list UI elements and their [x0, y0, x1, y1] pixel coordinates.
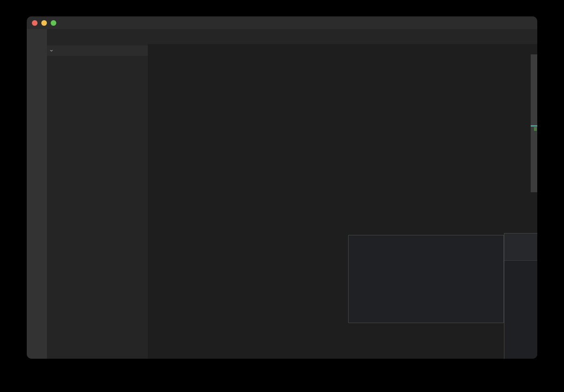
activity-bar-top: [27, 29, 47, 355]
overview-ruler-cursor-marker: [531, 125, 537, 127]
title-bar[interactable]: [27, 16, 537, 29]
vscode-window: ›: [27, 16, 537, 359]
editor-group: [148, 29, 537, 359]
vertical-scrollbar[interactable]: [531, 54, 537, 192]
blame-annotation: [176, 56, 537, 64]
activity-bar: [27, 29, 47, 359]
sidebar-header: [47, 29, 148, 45]
breadcrumb: [148, 44, 537, 54]
chevron-down-icon: ›: [46, 48, 57, 53]
suggest-widget: [348, 235, 504, 323]
explorer-sidebar: ›: [47, 29, 148, 359]
window-title: [27, 16, 537, 29]
suggest-details-header: [504, 234, 537, 261]
suggest-details-pane: [504, 233, 537, 359]
tab-bar: [148, 29, 537, 44]
overview-ruler-change-marker: [534, 127, 537, 131]
workspace-root-folder[interactable]: ›: [47, 45, 148, 56]
